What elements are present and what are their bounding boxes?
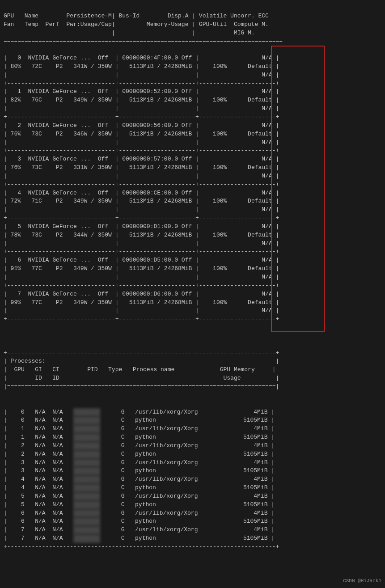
proc-row-12: | 6 N/A N/A XXXXXXX G /usr/lib/xorg/Xorg… [4,510,275,516]
gpu4-line2: | 72% 71C P2 349W / 350W | 5113MiB / 242… [4,198,279,204]
dash-sep-2: +-------------------------------+-------… [4,147,279,154]
gpu3-line2: | 76% 73C P2 331W / 350W | 5113MiB / 242… [4,164,279,171]
gpu5-line1: | 5 NVIDIA GeForce ... Off | 00000000:D1… [4,223,279,230]
gpu4-line1: | 4 NVIDIA GeForce ... Off | 00000000:CE… [4,190,279,196]
dash-sep-5: +-------------------------------+-------… [4,248,279,255]
proc-header4: | ID ID Usage | [4,375,279,381]
proc-row-9: | 4 N/A N/A XXXXXXX C python 5105MiB | [4,484,275,491]
nvidia-smi-output: GPU Name Persistence-M| Bus-Id Disp.A | … [4,4,381,560]
process-rows: | 0 N/A N/A XXXXXXX G /usr/lib/xorg/Xorg… [4,400,381,560]
dash-sep-0: +-------------------------------+-------… [4,80,279,87]
proc-row-1: | 0 N/A N/A XXXXXXX C python 5105MiB | [4,417,275,423]
dash-sep-6: +-------------------------------+-------… [4,282,279,289]
gpu2-line3: | | | N/A | [4,139,279,146]
terminal-content: GPU Name Persistence-M| Bus-Id Disp.A | … [4,4,381,46]
proc-row-4: | 2 N/A N/A XXXXXXX G /usr/lib/xorg/Xorg… [4,442,275,449]
gpu0-line1: | 0 NVIDIA GeForce ... Off | 00000000:4F… [4,55,279,61]
proc-header5: |=======================================… [4,383,279,390]
gpu7-line3: | | | N/A | [4,307,279,314]
proc-row-7: | 3 N/A N/A XXXXXXX C python 5105MiB | [4,467,275,474]
dash-sep-bottom: +-------------------------------+-------… [4,316,279,322]
proc-row-13: | 6 N/A N/A XXXXXXX C python 5105MiB | [4,518,275,525]
gpu0-line3: | | | N/A | [4,72,279,78]
proc-footer: +---------------------------------------… [4,543,279,550]
gpu0-line2: | 80% 72C P2 341W / 350W | 5113MiB / 242… [4,63,279,70]
gpu3-line3: | | | N/A | [4,173,279,179]
proc-row-11: | 5 N/A N/A XXXXXXX C python 5105MiB | [4,501,275,508]
proc-row-3: | 1 N/A N/A XXXXXXX C python 5105MiB | [4,434,275,440]
gpu6-line1: | 6 NVIDIA GeForce ... Off | 00000000:D5… [4,257,279,263]
gpu7-line2: | 99% 77C P2 349W / 350W | 5113MiB / 242… [4,299,279,306]
gpu1-line3: | | | N/A | [4,105,279,112]
gpu1-line1: | 1 NVIDIA GeForce ... Off | 00000000:52… [4,88,279,95]
dash-sep-3: +-------------------------------+-------… [4,181,279,188]
proc-header1: +---------------------------------------… [4,350,279,356]
gpu5-line3: | | | N/A | [4,240,279,247]
dash-sep-1: +-------------------------------+-------… [4,114,279,120]
proc-row-14: | 7 N/A N/A XXXXXXX G /usr/lib/xorg/Xorg… [4,526,275,533]
proc-header3: | GPU GI CI PID Type Process name GPU Me… [4,366,276,373]
header-line1: GPU Name Persistence-M| Bus-Id Disp.A | … [4,13,269,19]
proc-row-0: | 0 N/A N/A XXXXXXX G /usr/lib/xorg/Xorg… [4,409,275,415]
gpu2-line1: | 2 NVIDIA GeForce ... Off | 00000000:56… [4,122,279,129]
proc-row-2: | 1 N/A N/A XXXXXXX G /usr/lib/xorg/Xorg… [4,425,275,432]
dash-sep-4: +-------------------------------+-------… [4,215,279,221]
proc-row-6: | 3 N/A N/A XXXXXXX G /usr/lib/xorg/Xorg… [4,459,275,466]
header-line2: Fan Temp Perf Pwr:Usage/Cap| Memory-Usag… [4,21,269,28]
gpu3-line1: | 3 NVIDIA GeForce ... Off | 00000000:57… [4,156,279,162]
gpu6-line3: | | | N/A | [4,274,279,280]
gpu4-line3: | | | N/A | [4,206,279,213]
header-line3: | | MIG M. [4,30,255,36]
gpu-rows: | 0 NVIDIA GeForce ... Off | 00000000:4F… [4,46,381,332]
gpu1-line2: | 82% 76C P2 349W / 350W | 5113MiB / 242… [4,97,279,103]
gpu7-line1: | 7 NVIDIA GeForce ... Off | 00000000:D6… [4,291,279,297]
proc-row-10: | 5 N/A N/A XXXXXXX G /usr/lib/xorg/Xorg… [4,493,275,499]
proc-row-8: | 4 N/A N/A XXXXXXX G /usr/lib/xorg/Xorg… [4,476,275,482]
proc-row-5: | 2 N/A N/A XXXXXXX C python 5105MiB | [4,451,275,457]
proc-header2: | Processes: | [4,358,279,364]
gpu6-line2: | 91% 77C P2 349W / 350W | 5113MiB / 242… [4,265,279,272]
processes-section: +---------------------------------------… [4,332,381,400]
proc-row-15: | 7 N/A N/A XXXXXXX C python 5105MiB | [4,535,275,541]
eq-separator-top: ========================================… [4,38,283,44]
gpu5-line2: | 78% 73C P2 344W / 350W | 5113MiB / 242… [4,232,279,238]
watermark: CSDN @HiJack1 [343,578,381,584]
gpu2-line2: | 76% 73C P2 346W / 350W | 5113MiB / 242… [4,131,279,137]
